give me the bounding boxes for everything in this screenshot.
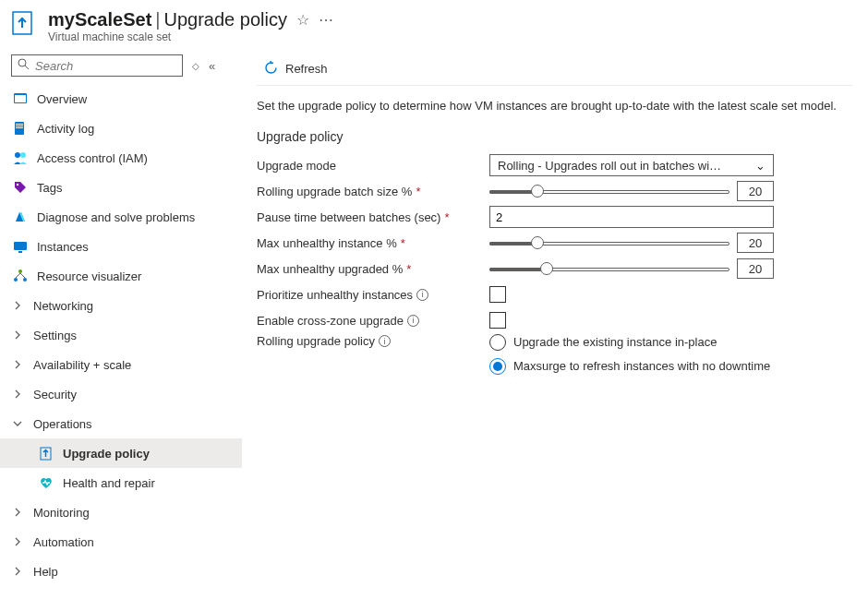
svg-line-18 bbox=[20, 273, 25, 278]
max-upgraded-value[interactable]: 20 bbox=[737, 258, 774, 279]
instances-icon bbox=[13, 239, 28, 254]
svg-point-14 bbox=[18, 270, 22, 273]
svg-rect-7 bbox=[16, 126, 23, 126]
nav-group-security[interactable]: Security bbox=[0, 379, 242, 409]
chevron-right-icon bbox=[13, 358, 24, 372]
nav-item-resource-visualizer[interactable]: Resource visualizer bbox=[0, 261, 242, 291]
resource-icon bbox=[11, 9, 39, 37]
upgrade-mode-select[interactable]: Rolling - Upgrades roll out in batches w… bbox=[489, 154, 774, 176]
chevron-right-icon bbox=[13, 565, 24, 579]
nav-item-instances[interactable]: Instances bbox=[0, 232, 242, 261]
info-icon[interactable]: i bbox=[407, 315, 419, 327]
batch-size-value[interactable]: 20 bbox=[737, 181, 774, 201]
refresh-icon bbox=[264, 61, 278, 78]
more-icon[interactable]: ⋯ bbox=[319, 11, 333, 29]
chevron-right-icon bbox=[13, 535, 24, 549]
nav-group-settings[interactable]: Settings bbox=[0, 320, 242, 350]
overview-icon bbox=[13, 91, 28, 106]
svg-rect-12 bbox=[14, 242, 27, 250]
nav-item-overview[interactable]: Overview bbox=[0, 84, 242, 114]
favorite-icon[interactable]: ☆ bbox=[296, 11, 309, 29]
page-title: myScaleSet|Upgrade policy bbox=[48, 9, 287, 30]
search-input[interactable] bbox=[35, 59, 176, 73]
max-upgraded-slider[interactable] bbox=[489, 260, 729, 277]
chevron-down-icon bbox=[13, 417, 24, 431]
crosszone-label: Enable cross-zone upgrade i bbox=[257, 314, 489, 328]
intro-text: Set the upgrade policy to determine how … bbox=[257, 99, 853, 113]
pause-time-label: Pause time between batches (sec) * bbox=[257, 210, 489, 224]
pause-time-input[interactable] bbox=[489, 206, 774, 228]
chevron-right-icon bbox=[13, 506, 24, 520]
visualizer-icon bbox=[13, 269, 28, 283]
nav-group-operations[interactable]: Operations bbox=[0, 409, 242, 438]
max-upgraded-label: Max unhealthy upgraded % * bbox=[257, 262, 489, 276]
svg-point-11 bbox=[17, 184, 18, 186]
diagnose-icon bbox=[13, 210, 28, 224]
crosszone-checkbox[interactable] bbox=[489, 312, 506, 329]
search-input-wrap[interactable] bbox=[11, 54, 183, 77]
nav-item-access-control-iam-[interactable]: Access control (IAM) bbox=[0, 143, 242, 173]
prioritize-label: Prioritize unhealthy instances i bbox=[257, 288, 489, 302]
batch-size-slider[interactable] bbox=[489, 183, 729, 199]
nav-item-health-and-repair[interactable]: Health and repair bbox=[0, 468, 242, 497]
svg-line-2 bbox=[25, 66, 29, 69]
resource-type: Virtual machine scale set bbox=[48, 30, 333, 43]
nav-group-networking[interactable]: Networking bbox=[0, 291, 242, 320]
chevron-right-icon bbox=[13, 299, 24, 313]
svg-point-1 bbox=[18, 59, 26, 66]
svg-point-9 bbox=[15, 152, 20, 158]
activity-icon bbox=[13, 121, 28, 136]
nav-group-monitoring[interactable]: Monitoring bbox=[0, 497, 242, 527]
nav-group-help[interactable]: Help bbox=[0, 557, 242, 586]
tags-icon bbox=[13, 180, 28, 195]
rolling-policy-label: Rolling upgrade policy i bbox=[257, 334, 489, 348]
svg-rect-4 bbox=[15, 95, 26, 102]
svg-point-16 bbox=[23, 278, 27, 282]
chevron-right-icon bbox=[13, 388, 24, 401]
max-unhealthy-slider[interactable] bbox=[489, 234, 729, 251]
search-icon bbox=[18, 58, 30, 73]
nav-item-tags[interactable]: Tags bbox=[0, 173, 242, 202]
radio-maxsurge[interactable]: Maxsurge to refresh instances with no do… bbox=[489, 358, 770, 375]
upgrade-mode-label: Upgrade mode bbox=[257, 159, 489, 173]
svg-point-10 bbox=[20, 152, 26, 158]
nav-item-upgrade-policy[interactable]: Upgrade policy bbox=[0, 438, 242, 468]
chevron-right-icon bbox=[13, 329, 24, 342]
info-icon[interactable]: i bbox=[379, 335, 391, 347]
max-unhealthy-value[interactable]: 20 bbox=[737, 233, 774, 253]
access-icon bbox=[13, 150, 28, 165]
svg-rect-8 bbox=[16, 127, 23, 128]
chevron-down-icon: ⌄ bbox=[755, 159, 766, 173]
upgrade-icon bbox=[39, 446, 54, 461]
nav-item-activity-log[interactable]: Activity log bbox=[0, 114, 242, 143]
svg-rect-6 bbox=[16, 124, 23, 125]
pin-icon[interactable]: ◇ bbox=[192, 61, 199, 71]
batch-size-label: Rolling upgrade batch size % * bbox=[257, 185, 489, 198]
nav-group-availability-scale[interactable]: Availability + scale bbox=[0, 350, 242, 379]
health-icon bbox=[39, 475, 54, 490]
max-unhealthy-label: Max unhealthy instance % * bbox=[257, 236, 489, 250]
svg-point-15 bbox=[14, 278, 18, 282]
prioritize-checkbox[interactable] bbox=[489, 286, 506, 303]
info-icon[interactable]: i bbox=[416, 289, 428, 301]
svg-line-17 bbox=[16, 273, 20, 278]
refresh-label: Refresh bbox=[285, 62, 328, 76]
refresh-button[interactable]: Refresh bbox=[257, 57, 335, 81]
radio-inplace[interactable]: Upgrade the existing instance in-place bbox=[489, 334, 770, 351]
section-title: Upgrade policy bbox=[257, 129, 853, 144]
nav-group-automation[interactable]: Automation bbox=[0, 527, 242, 557]
collapse-icon[interactable]: « bbox=[209, 59, 215, 73]
nav-item-diagnose-and-solve-problems[interactable]: Diagnose and solve problems bbox=[0, 202, 242, 232]
svg-rect-13 bbox=[18, 251, 22, 253]
